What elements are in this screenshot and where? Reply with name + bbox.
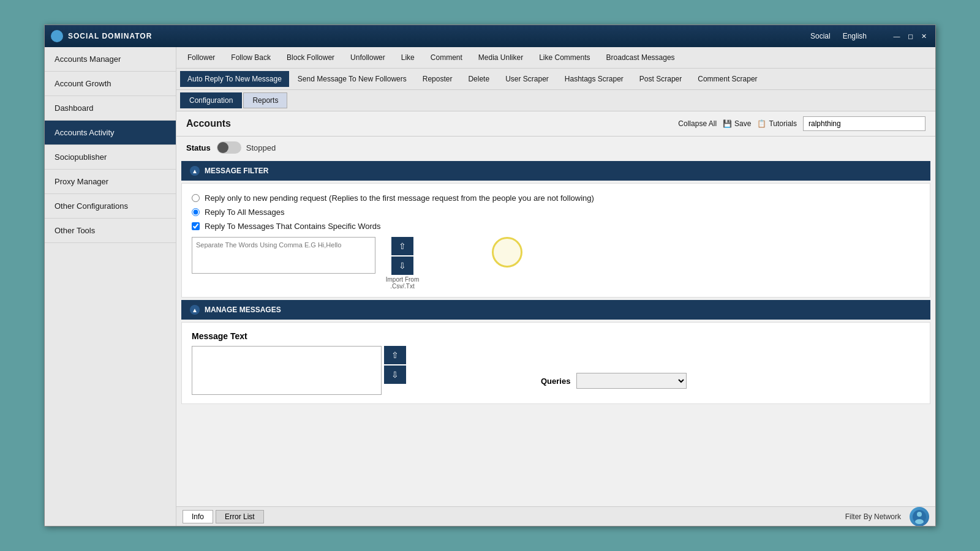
cursor-highlight (492, 237, 522, 268)
message-textarea[interactable] (192, 346, 382, 395)
title-bar: SOCIAL DOMINATOR Social English — ◻ ✕ (45, 25, 935, 47)
accounts-actions: Collapse All 💾 Save 📋 Tutorials (678, 116, 925, 131)
message-filter-title: MESSAGE FILTER (205, 167, 268, 175)
nav-auto-reply[interactable]: Auto Reply To New Message (180, 71, 289, 87)
nav-post-scraper[interactable]: Post Scraper (632, 71, 689, 87)
message-text-label: Message Text (192, 331, 406, 341)
option-specific-label: Reply To Messages That Contains Specific… (205, 222, 381, 231)
import-label: Import From .Csv/.Txt (378, 276, 427, 290)
filter-network-label: Filter By Network (845, 512, 901, 521)
nav-like[interactable]: Like (394, 50, 422, 66)
minimize-button[interactable]: — (891, 31, 902, 42)
sub-nav-configuration[interactable]: Configuration (180, 92, 242, 108)
app-logo (51, 30, 63, 42)
nav-user-scraper[interactable]: User Scraper (498, 71, 556, 87)
nav-broadcast-messages[interactable]: Broadcast Messages (599, 50, 682, 66)
right-panel: Follower Follow Back Block Follower Unfo… (176, 47, 935, 526)
bottom-tab-info[interactable]: Info (183, 510, 213, 523)
tutorials-icon: 📋 (757, 119, 766, 128)
sidebar-item-other-configurations[interactable]: Other Configurations (45, 194, 176, 219)
restore-button[interactable]: ◻ (905, 31, 916, 42)
tutorials-button[interactable]: 📋 Tutorials (757, 119, 797, 128)
option-pending-radio[interactable] (192, 194, 200, 202)
nav-row2: Auto Reply To New Message Send Message T… (176, 69, 935, 90)
language-label: English (843, 32, 867, 40)
nav-block-follower[interactable]: Block Follower (279, 50, 342, 66)
status-toggle[interactable] (217, 141, 241, 154)
collapse-message-filter-icon[interactable]: ▲ (190, 166, 200, 176)
accounts-header: Accounts Collapse All 💾 Save 📋 Tutorials (176, 111, 935, 137)
nav-hashtags-scraper[interactable]: Hashtags Scraper (557, 71, 631, 87)
status-bar: Status Stopped (176, 137, 935, 159)
nav-row1: Follower Follow Back Block Follower Unfo… (176, 47, 935, 69)
message-import-button[interactable]: ⇧ (384, 346, 406, 364)
collapse-all-button[interactable]: Collapse All (678, 119, 717, 128)
nav-follower[interactable]: Follower (180, 50, 222, 66)
window-controls: — ◻ ✕ (891, 31, 929, 42)
import-button[interactable]: ⇧ (391, 237, 413, 255)
sidebar-item-sociopublisher[interactable]: Sociopublisher (45, 145, 176, 170)
message-filter-body: Reply only to new pending request (Repli… (181, 183, 930, 298)
svg-point-2 (915, 519, 924, 524)
toggle-knob (217, 142, 228, 153)
nav-follow-back[interactable]: Follow Back (224, 50, 278, 66)
option-all-radio[interactable] (192, 208, 200, 216)
close-button[interactable]: ✕ (918, 31, 929, 42)
message-export-button[interactable]: ⇩ (384, 365, 406, 384)
save-icon: 💾 (723, 119, 732, 128)
word-filter-container: ⇧ ⇩ Import From .Csv/.Txt (192, 237, 920, 290)
queries-label: Queries (541, 377, 570, 386)
manage-messages-title: MANAGE MESSAGES (205, 305, 281, 314)
sidebar-item-accounts-manager[interactable]: Accounts Manager (45, 47, 176, 72)
queries-select[interactable] (576, 373, 687, 389)
bottom-bar: Info Error List Filter By Network (176, 506, 935, 526)
manage-messages-body: Message Text ⇧ ⇩ Querie (181, 322, 930, 404)
sidebar-item-other-tools[interactable]: Other Tools (45, 219, 176, 243)
app-title: SOCIAL DOMINATOR (68, 32, 810, 40)
sidebar-item-dashboard[interactable]: Dashboard (45, 96, 176, 121)
main-window: SOCIAL DOMINATOR Social English — ◻ ✕ Ac… (44, 24, 936, 527)
option-specific-checkbox[interactable] (192, 222, 200, 230)
export-button[interactable]: ⇩ (391, 257, 413, 275)
nav-comment[interactable]: Comment (423, 50, 470, 66)
save-button[interactable]: 💾 Save (723, 119, 751, 128)
nav-reposter[interactable]: Reposter (415, 71, 460, 87)
option-all-messages: Reply To All Messages (192, 205, 920, 219)
network-label: Social (810, 32, 831, 40)
avatar-icon (910, 507, 929, 527)
stopped-label: Stopped (246, 143, 276, 152)
message-right: Queries (541, 373, 687, 389)
import-export-buttons: ⇧ ⇩ (391, 237, 413, 275)
accounts-title: Accounts (186, 118, 678, 129)
title-right: Social English — ◻ ✕ (810, 31, 929, 42)
message-filter-section-header: ▲ MESSAGE FILTER (181, 161, 930, 181)
nav-media-unliker[interactable]: Media Unliker (471, 50, 530, 66)
nav-delete[interactable]: Delete (461, 71, 497, 87)
main-content: Accounts Manager Account Growth Dashboar… (45, 47, 935, 526)
nav-unfollower[interactable]: Unfollower (343, 50, 393, 66)
sidebar-item-account-growth[interactable]: Account Growth (45, 72, 176, 96)
collapse-manage-messages-icon[interactable]: ▲ (190, 305, 200, 315)
option-pending-label: Reply only to new pending request (Repli… (205, 193, 594, 203)
message-import-export-buttons: ⇧ ⇩ (384, 346, 406, 384)
scrollable-section[interactable]: ▲ MESSAGE FILTER Reply only to new pendi… (176, 159, 935, 506)
nav-comment-scraper[interactable]: Comment Scraper (690, 71, 764, 87)
status-label: Status (186, 143, 211, 152)
manage-messages-inner: Message Text ⇧ ⇩ Querie (192, 331, 920, 395)
word-filter-input[interactable] (192, 237, 375, 274)
svg-point-1 (917, 512, 922, 517)
option-specific-words: Reply To Messages That Contains Specific… (192, 219, 920, 233)
manage-messages-section-header: ▲ MANAGE MESSAGES (181, 300, 930, 320)
sidebar-item-accounts-activity[interactable]: Accounts Activity (45, 121, 176, 145)
nav-like-comments[interactable]: Like Comments (532, 50, 597, 66)
sub-nav: Configuration Reports (176, 90, 935, 111)
message-area-left: ⇧ ⇩ (192, 346, 406, 395)
search-input[interactable] (803, 116, 925, 131)
nav-send-message[interactable]: Send Message To New Followers (290, 71, 414, 87)
bottom-tab-error-list[interactable]: Error List (216, 510, 264, 523)
content-area: Accounts Collapse All 💾 Save 📋 Tutorials (176, 111, 935, 526)
sub-nav-reports[interactable]: Reports (243, 92, 287, 108)
sidebar: Accounts Manager Account Growth Dashboar… (45, 47, 176, 526)
option-all-label: Reply To All Messages (205, 208, 285, 217)
sidebar-item-proxy-manager[interactable]: Proxy Manager (45, 170, 176, 194)
